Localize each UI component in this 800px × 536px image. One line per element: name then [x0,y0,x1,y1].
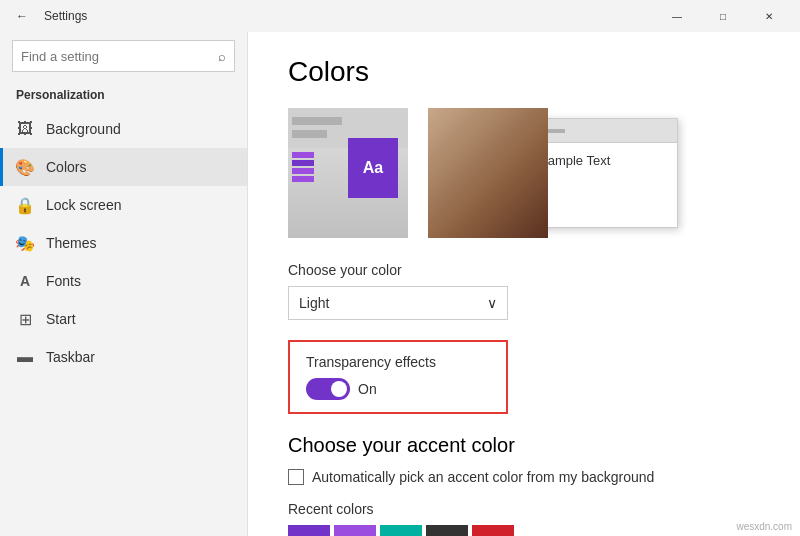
sidebar-item-label: Lock screen [46,197,121,213]
recent-colors-label: Recent colors [288,501,760,517]
sample-text: Sample Text [529,143,677,178]
preview-photo [428,108,548,238]
colors-icon: 🎨 [16,158,34,176]
sidebar-item-label: Colors [46,159,86,175]
sidebar-item-themes[interactable]: 🎭 Themes [0,224,247,262]
toggle-thumb [331,381,347,397]
toggle-row: On [306,378,490,400]
lock-screen-icon: 🔒 [16,196,34,214]
sidebar-item-label: Fonts [46,273,81,289]
minimize-button[interactable]: — [654,0,700,32]
sidebar-item-start[interactable]: ⊞ Start [0,300,247,338]
color-picker-label: Choose your color [288,262,760,278]
preview-area: Aa Sample Text [288,108,548,238]
start-icon: ⊞ [16,310,34,328]
sidebar: ⌕ Personalization 🖼 Background 🎨 Colors … [0,32,248,536]
toggle-state-label: On [358,381,377,397]
title-bar: ← Settings — □ ✕ [0,0,800,32]
transparency-box: Transparency effects On [288,340,508,414]
sidebar-item-label: Themes [46,235,97,251]
taskbar-icon: ▬ [16,348,34,366]
maximize-button[interactable]: □ [700,0,746,32]
color-dropdown[interactable]: Light ∨ [288,286,508,320]
sidebar-item-lock-screen[interactable]: 🔒 Lock screen [0,186,247,224]
sidebar-item-label: Taskbar [46,349,95,365]
auto-accent-label: Automatically pick an accent color from … [312,469,654,485]
swatch-2[interactable] [334,525,376,536]
background-icon: 🖼 [16,120,34,138]
search-input[interactable] [21,49,218,64]
accent-color-title: Choose your accent color [288,434,760,457]
sidebar-item-background[interactable]: 🖼 Background [0,110,247,148]
preview-window: Sample Text [528,118,678,228]
fonts-icon: A [16,272,34,290]
swatch-5[interactable] [472,525,514,536]
preview-sidebar [288,148,318,186]
sidebar-item-fonts[interactable]: A Fonts [0,262,247,300]
sidebar-section-title: Personalization [0,84,247,110]
close-button[interactable]: ✕ [746,0,792,32]
dropdown-value: Light [299,295,329,311]
swatch-1[interactable]: ✓ [288,525,330,536]
sidebar-item-colors[interactable]: 🎨 Colors [0,148,247,186]
transparency-label: Transparency effects [306,354,490,370]
auto-accent-row: Automatically pick an accent color from … [288,469,760,485]
back-button[interactable]: ← [8,2,36,30]
themes-icon: 🎭 [16,234,34,252]
app-body: ⌕ Personalization 🖼 Background 🎨 Colors … [0,32,800,536]
chevron-down-icon: ∨ [487,295,497,311]
search-box[interactable]: ⌕ [12,40,235,72]
swatch-3[interactable] [380,525,422,536]
preview-aa-text: Aa [363,159,383,177]
watermark: wesxdn.com [736,521,792,532]
sidebar-item-label: Background [46,121,121,137]
main-content: Colors Aa [248,32,800,536]
color-swatches: ✓ [288,525,760,536]
app-title: Settings [44,9,87,23]
window-controls: — □ ✕ [654,0,792,32]
page-title: Colors [288,56,760,88]
search-icon: ⌕ [218,49,226,64]
sidebar-item-taskbar[interactable]: ▬ Taskbar [0,338,247,376]
sidebar-item-label: Start [46,311,76,327]
preview-theme-block: Aa [348,138,398,198]
transparency-toggle[interactable] [306,378,350,400]
auto-accent-checkbox[interactable] [288,469,304,485]
preview-light: Aa [288,108,408,238]
preview-window-title [529,119,677,143]
swatch-4[interactable] [426,525,468,536]
